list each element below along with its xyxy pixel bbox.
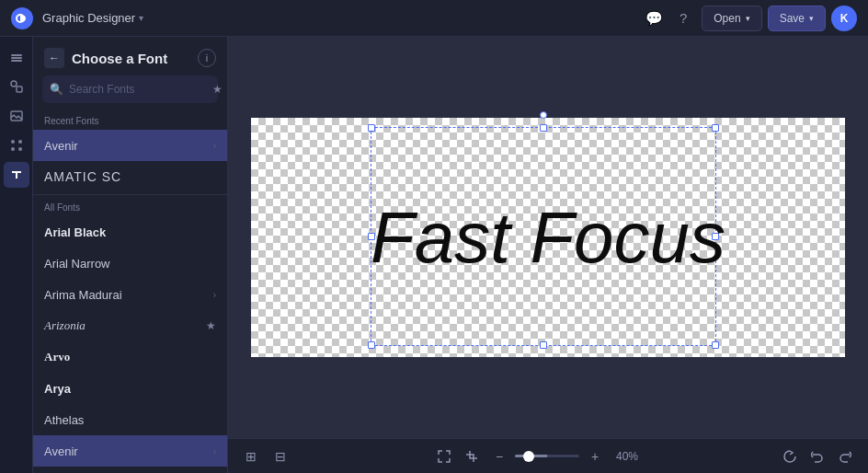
font-name-label: Arizonia xyxy=(44,318,206,333)
sidebar-item-text[interactable] xyxy=(4,162,29,188)
font-item-arizonia[interactable]: Arizonia ★ xyxy=(33,310,227,341)
font-name-label: Arial Black xyxy=(44,225,216,239)
undo-button[interactable] xyxy=(805,444,829,468)
chevron-right-icon: › xyxy=(213,446,216,456)
font-panel: ← Choose a Font i 🔍 ★ + Recent Fonts Ave… xyxy=(33,37,228,473)
font-item-arial-black[interactable]: Arial Black xyxy=(33,216,227,248)
bottom-toolbar: ⊞ ⊟ − + 40% xyxy=(228,438,868,473)
chevron-right-icon: › xyxy=(213,141,216,151)
font-name-label: Avenir xyxy=(44,444,213,458)
svg-point-7 xyxy=(11,140,15,144)
font-item-avenir-all[interactable]: Avenir › xyxy=(33,435,227,467)
font-item-arial-narrow[interactable]: Arial Narrow xyxy=(33,248,227,279)
rotate-handle[interactable] xyxy=(540,111,547,119)
crop-button[interactable] xyxy=(460,444,484,468)
font-search-bar[interactable]: 🔍 ★ + xyxy=(42,75,218,103)
font-panel-title: Choose a Font xyxy=(72,51,190,66)
recent-fonts-label: Recent Fonts xyxy=(33,110,227,130)
app-logo xyxy=(11,7,33,29)
help-button[interactable]: ? xyxy=(670,6,696,31)
canvas-area: Fast Focus ⊞ ⊟ − + 40% xyxy=(228,37,868,473)
resize-handle-tm[interactable] xyxy=(540,124,547,132)
icon-sidebar xyxy=(0,37,33,473)
font-name-label: Arvo xyxy=(44,350,216,364)
resize-handle-tr[interactable] xyxy=(712,124,719,132)
svg-point-8 xyxy=(18,140,22,144)
zoom-level-label: 40% xyxy=(611,450,638,463)
font-list: Recent Fonts Avenir › AMATIC SC All Font… xyxy=(33,110,227,473)
toolbar-right xyxy=(778,444,857,468)
font-name-label: AMATIC SC xyxy=(44,169,216,184)
resize-handle-tl[interactable] xyxy=(368,124,375,132)
font-name-label: Athelas xyxy=(44,413,216,427)
font-item-arvo[interactable]: Arvo xyxy=(33,341,227,373)
resize-handle-bl[interactable] xyxy=(368,341,375,349)
font-name-label: Arya xyxy=(44,382,216,396)
canvas-background[interactable]: Fast Focus xyxy=(251,118,845,357)
zoom-slider[interactable] xyxy=(515,455,579,457)
svg-point-10 xyxy=(18,147,22,151)
font-item-arima[interactable]: Arima Madurai › xyxy=(33,279,227,310)
font-name-label: Avenir xyxy=(44,139,213,153)
zoom-out-button[interactable]: − xyxy=(487,444,511,468)
open-chevron-icon: ▾ xyxy=(746,14,750,23)
info-button[interactable]: i xyxy=(198,49,216,67)
canvas-wrapper: Fast Focus xyxy=(251,118,845,357)
list-view-button[interactable]: ⊟ xyxy=(268,444,292,468)
fit-canvas-button[interactable] xyxy=(432,444,456,468)
font-item-arya[interactable]: Arya xyxy=(33,373,227,404)
open-button[interactable]: Open ▾ xyxy=(702,6,761,31)
font-panel-header: ← Choose a Font i xyxy=(33,37,227,75)
svg-rect-2 xyxy=(11,57,22,59)
app-chevron-icon: ▾ xyxy=(139,13,143,23)
comments-button[interactable]: 💬 xyxy=(641,6,667,31)
sidebar-item-shapes[interactable] xyxy=(4,74,29,99)
main-area: ← Choose a Font i 🔍 ★ + Recent Fonts Ave… xyxy=(0,37,868,473)
canvas-content[interactable]: Fast Focus xyxy=(228,37,868,438)
search-input[interactable] xyxy=(69,75,207,103)
save-chevron-icon: ▾ xyxy=(809,14,814,23)
font-name-label: Arial Narrow xyxy=(44,257,216,271)
all-fonts-label: All Fonts xyxy=(33,197,227,216)
refresh-button[interactable] xyxy=(778,444,802,468)
favorite-star-icon[interactable]: ★ xyxy=(206,319,216,332)
svg-point-4 xyxy=(11,81,17,87)
toolbar-center: − + 40% xyxy=(432,444,638,468)
grid-view-button[interactable]: ⊞ xyxy=(239,444,263,468)
search-icon: 🔍 xyxy=(50,83,63,96)
app-name: Graphic Designer xyxy=(42,11,135,25)
font-list-divider xyxy=(33,194,227,195)
sidebar-item-layers[interactable] xyxy=(4,44,29,70)
font-item-avenir-recent[interactable]: Avenir › xyxy=(33,130,227,161)
sidebar-item-elements[interactable] xyxy=(4,133,29,158)
svg-rect-1 xyxy=(11,54,22,56)
resize-handle-br[interactable] xyxy=(712,341,719,349)
canvas-text[interactable]: Fast Focus xyxy=(371,202,725,273)
topbar: Graphic Designer ▾ 💬 ? Open ▾ Save ▾ K xyxy=(0,0,868,37)
svg-rect-3 xyxy=(11,60,22,62)
font-name-label: Arima Madurai xyxy=(44,288,213,302)
resize-handle-bm[interactable] xyxy=(540,341,547,349)
font-item-amatic[interactable]: AMATIC SC xyxy=(33,161,227,192)
svg-point-9 xyxy=(11,147,15,151)
font-item-avenir-next[interactable]: Avenir Next › xyxy=(33,467,227,473)
favorites-filter-icon[interactable]: ★ xyxy=(212,83,223,96)
save-button[interactable]: Save ▾ xyxy=(768,6,826,31)
sidebar-item-images[interactable] xyxy=(4,103,29,129)
chevron-right-icon: › xyxy=(213,290,216,300)
svg-rect-5 xyxy=(17,87,22,92)
toolbar-left: ⊞ ⊟ xyxy=(239,444,292,468)
avatar[interactable]: K xyxy=(831,6,857,31)
font-item-athelas[interactable]: Athelas xyxy=(33,404,227,435)
back-button[interactable]: ← xyxy=(44,48,64,68)
redo-button[interactable] xyxy=(833,444,857,468)
zoom-in-button[interactable]: + xyxy=(583,444,607,468)
